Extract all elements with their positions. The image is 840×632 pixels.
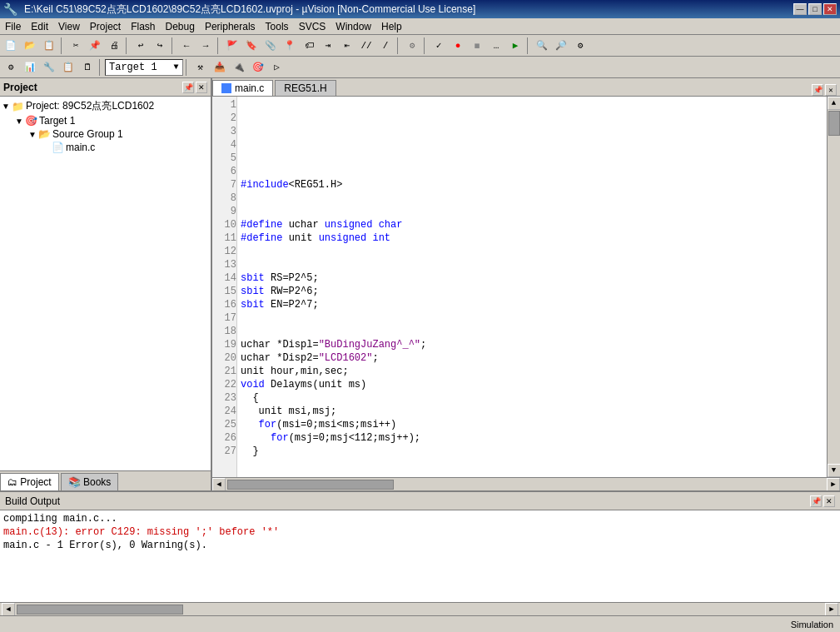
tb2-btn2[interactable]: 📊	[21, 58, 39, 77]
tb2-btn4[interactable]: 📋	[59, 58, 77, 77]
tb2-btn1[interactable]: ⚙	[2, 58, 20, 77]
project-name: Project: 89C52点亮LCD1602	[26, 99, 154, 113]
menu-window[interactable]: Window	[331, 19, 376, 34]
tb-undo[interactable]: ↩	[132, 37, 150, 55]
scroll-right-arrow[interactable]: ▶	[827, 478, 840, 491]
tb-print[interactable]: 🖨	[105, 37, 123, 55]
tb-outdent[interactable]: ⇤	[338, 37, 356, 55]
hscroll-thumb[interactable]	[227, 480, 394, 490]
tb-back[interactable]: ←	[177, 37, 196, 55]
tb2-sep-1	[99, 59, 102, 76]
tb-open[interactable]: 📂	[21, 37, 39, 55]
maximize-button[interactable]: □	[808, 3, 822, 15]
tab-books[interactable]: 📚 Books	[61, 473, 119, 490]
tb-bm5[interactable]: 🏷	[300, 37, 318, 55]
build-scroll-right[interactable]: ▶	[825, 603, 838, 616]
scroll-up-arrow[interactable]: ▲	[828, 97, 841, 110]
editor-scrollbar-v[interactable]: ▲ ▼	[827, 97, 840, 477]
editor-tab-main-c[interactable]: main.c	[212, 80, 273, 96]
target-dropdown[interactable]: Target 1 ▼	[105, 59, 183, 76]
tb-run[interactable]: ▶	[506, 37, 524, 55]
tree-main-c[interactable]: 📄 main.c	[2, 141, 209, 154]
tb-indent[interactable]: ⇥	[319, 37, 337, 55]
build-close-button[interactable]: ✕	[823, 495, 835, 507]
source-group-icon: 📂	[38, 128, 51, 140]
tb-copy[interactable]: 📋	[40, 37, 58, 55]
editor-tab-reg51[interactable]: REG51.H	[275, 80, 336, 96]
menu-view[interactable]: View	[53, 19, 85, 34]
minimize-button[interactable]: —	[793, 3, 807, 15]
build-hscroll-thumb[interactable]	[17, 605, 183, 615]
tb-bm4[interactable]: 📍	[281, 37, 299, 55]
menu-svcs[interactable]: SVCS	[294, 19, 331, 34]
tab-icon-main-c	[221, 83, 231, 93]
tb-check1[interactable]: ✓	[430, 37, 448, 55]
menu-edit[interactable]: Edit	[26, 19, 53, 34]
tb-sep-1	[61, 37, 64, 54]
menu-tools[interactable]: Tools	[261, 19, 294, 34]
tb-build[interactable]: ⚙	[403, 37, 421, 55]
tab-label-main-c: main.c	[235, 82, 264, 94]
tree-root[interactable]: ▼ 📁 Project: 89C52点亮LCD1602	[2, 98, 209, 114]
tb-uncomment[interactable]: /	[376, 37, 395, 55]
tree-source-group[interactable]: ▼ 📂 Source Group 1	[2, 127, 209, 141]
tb-stop[interactable]: ◼	[468, 37, 486, 55]
tb2-load[interactable]: 📥	[211, 58, 229, 77]
tb-bm3[interactable]: 📎	[261, 37, 280, 55]
tb-paste[interactable]: 📌	[86, 37, 104, 55]
tb2-btn5[interactable]: 🗒	[78, 58, 97, 77]
tb-settings[interactable]: ⚙	[571, 37, 589, 55]
tb-cut[interactable]: ✂	[67, 37, 85, 55]
editor-close-button[interactable]: ✕	[825, 84, 837, 96]
build-scroll-left[interactable]: ◀	[2, 603, 15, 616]
target-expand-icon: ▼	[15, 117, 23, 126]
menu-flash[interactable]: Flash	[126, 19, 160, 34]
tb-zoom[interactable]: 🔍	[533, 37, 551, 55]
menu-peripherals[interactable]: Peripherals	[200, 19, 261, 34]
project-close-button[interactable]: ✕	[196, 82, 207, 93]
tb-redo[interactable]: ↪	[151, 37, 169, 55]
editor-area: main.c REG51.H 📌 ✕ 12345 678910 11121314…	[212, 78, 840, 490]
project-icon: 📁	[12, 101, 24, 112]
tb-zoom2[interactable]: 🔎	[552, 37, 570, 55]
menu-help[interactable]: Help	[376, 19, 407, 34]
statusbar-text: Simulation	[791, 620, 833, 630]
file-name: main.c	[66, 142, 95, 153]
tb-bookmark[interactable]: 🚩	[223, 37, 241, 55]
build-header-controls: 📌 ✕	[810, 495, 835, 507]
tb-forward[interactable]: →	[196, 37, 215, 55]
target-icon: 🎯	[25, 115, 37, 127]
tb-new[interactable]: 📄	[2, 37, 20, 55]
tree-target[interactable]: ▼ 🎯 Target 1	[2, 114, 209, 127]
build-pin-button[interactable]: 📌	[810, 495, 822, 507]
toolbar-2: ⚙ 📊 🔧 📋 🗒 Target 1 ▼ ⚒ 📥 🔌 🎯 ▷	[0, 57, 840, 78]
project-pin-button[interactable]: 📌	[182, 82, 194, 93]
tb2-run[interactable]: ▷	[268, 58, 286, 77]
editor-pin-button[interactable]: 📌	[812, 84, 823, 96]
scroll-left-arrow[interactable]: ◀	[212, 478, 226, 491]
tb-dots[interactable]: …	[487, 37, 505, 55]
editor-scrollbar-h[interactable]: ◀ ▶	[212, 477, 840, 490]
tb2-btn3[interactable]: 🔧	[40, 58, 58, 77]
tb2-configure[interactable]: ⚒	[191, 58, 210, 77]
tb-bm2[interactable]: 🔖	[242, 37, 261, 55]
tb-sep-7	[527, 37, 530, 54]
tb-sep-6	[424, 37, 427, 54]
scroll-thumb[interactable]	[828, 111, 840, 136]
code-editor[interactable]: #include<REG51.H> #define uchar unsigned…	[237, 97, 827, 477]
menu-file[interactable]: File	[0, 19, 26, 34]
tb2-debug2[interactable]: 🎯	[249, 58, 267, 77]
menu-debug[interactable]: Debug	[161, 19, 200, 34]
project-panel: Project 📌 ✕ ▼ 📁 Project: 89C52点亮LCD1602 …	[0, 78, 212, 490]
tb2-debug[interactable]: 🔌	[230, 58, 248, 77]
file-icon: 📄	[52, 142, 64, 153]
tab-project[interactable]: 🗂 Project	[0, 473, 59, 490]
tb-sep-5	[397, 37, 400, 54]
line-numbers: 12345 678910 1112131415 1617181920 21222…	[212, 97, 237, 477]
scroll-down-arrow[interactable]: ▼	[828, 464, 841, 477]
close-button[interactable]: ✕	[823, 3, 837, 15]
build-scrollbar-h[interactable]: ◀ ▶	[0, 602, 840, 615]
menu-project[interactable]: Project	[85, 19, 126, 34]
tb-record[interactable]: ●	[449, 37, 467, 55]
tb-comment[interactable]: //	[357, 37, 375, 55]
